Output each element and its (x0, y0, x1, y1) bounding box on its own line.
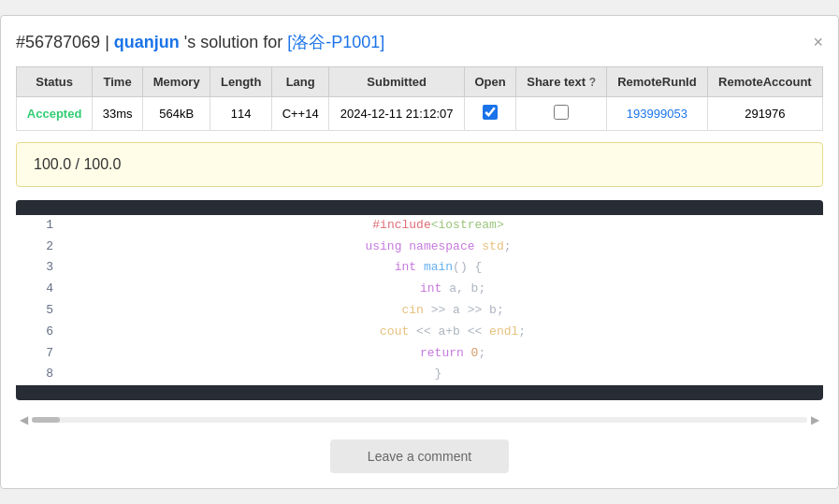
line-number: 6 (16, 322, 53, 343)
col-remote-account: RemoteAccount (707, 66, 822, 96)
line-content: #include<iostream> (53, 215, 823, 237)
line-number: 2 (16, 237, 53, 258)
code-line: 2 using namespace std; (16, 237, 823, 258)
line-content: int a, b; (53, 279, 823, 300)
memory-value: 564kB (143, 96, 210, 130)
line-number: 3 (16, 257, 53, 279)
table-row: Accepted 33ms 564kB 114 C++14 2024-12-11… (17, 96, 823, 130)
status-value: Accepted (27, 107, 82, 121)
line-number: 5 (16, 300, 53, 322)
code-line: 4 int a, b; (16, 279, 823, 300)
scroll-left-arrow[interactable]: ◀ (16, 413, 32, 426)
line-content: } (53, 364, 823, 385)
code-line: 3 int main() { (16, 257, 823, 279)
submission-table-wrapper: Status Time Memory Length Lang Submitted… (16, 66, 823, 131)
col-length: Length (210, 66, 272, 96)
col-remote-run-id: RemoteRunId (607, 66, 708, 96)
open-checkbox[interactable] (483, 105, 498, 120)
problem-link[interactable]: [洛谷-P1001] (287, 33, 384, 51)
remote-run-id-link[interactable]: 193999053 (627, 107, 687, 121)
lang-value: C++14 (272, 96, 329, 130)
col-share-text: Share text ? (516, 66, 607, 96)
scroll-track[interactable] (32, 417, 807, 423)
code-line: 8 } (16, 364, 823, 385)
col-open: Open (464, 66, 515, 96)
scrollbar-row: ◀ ▶ (16, 413, 823, 426)
submission-id: #56787069 (16, 33, 100, 51)
username[interactable]: quanjun (114, 33, 180, 51)
line-content: return 0; (53, 343, 823, 365)
submitted-value: 2024-12-11 21:12:07 (329, 96, 465, 130)
col-status: Status (17, 66, 93, 96)
solution-modal: #56787069 | quanjun 's solution for [洛谷-… (0, 15, 839, 489)
line-content: cin >> a >> b; (53, 300, 823, 322)
code-line: 7 return 0; (16, 343, 823, 365)
share-text-help-icon[interactable]: ? (589, 76, 596, 89)
time-value: 33ms (93, 96, 143, 130)
col-lang: Lang (272, 66, 329, 96)
comment-section: Leave a comment (16, 439, 823, 473)
code-line: 5 cin >> a >> b; (16, 300, 823, 322)
line-number: 1 (16, 215, 53, 237)
line-number: 7 (16, 343, 53, 365)
col-submitted: Submitted (329, 66, 465, 96)
leave-comment-button[interactable]: Leave a comment (330, 439, 509, 473)
code-block: 1 #include<iostream> 2 using namespace s… (16, 200, 823, 400)
separator: | (105, 33, 114, 51)
line-content: int main() { (53, 257, 823, 279)
col-memory: Memory (143, 66, 210, 96)
col-time: Time (93, 66, 143, 96)
submission-table: Status Time Memory Length Lang Submitted… (16, 66, 823, 131)
score-box: 100.0 / 100.0 (16, 142, 823, 187)
modal-header: #56787069 | quanjun 's solution for [洛谷-… (16, 31, 823, 53)
code-line: 6 cout << a+b << endl; (16, 322, 823, 343)
table-header-row: Status Time Memory Length Lang Submitted… (17, 66, 823, 96)
scroll-thumb[interactable] (32, 417, 60, 423)
line-number: 4 (16, 279, 53, 300)
code-table: 1 #include<iostream> 2 using namespace s… (16, 215, 823, 385)
line-content: cout << a+b << endl; (53, 322, 823, 343)
length-value: 114 (210, 96, 272, 130)
share-text-checkbox[interactable] (554, 105, 569, 120)
line-content: using namespace std; (53, 237, 823, 258)
line-number: 8 (16, 364, 53, 385)
modal-title: #56787069 | quanjun 's solution for [洛谷-… (16, 31, 384, 53)
code-line: 1 #include<iostream> (16, 215, 823, 237)
close-button[interactable]: × (813, 34, 823, 50)
remote-account-value: 291976 (707, 96, 822, 130)
solution-for: 's solution for (184, 33, 288, 51)
score-label: 100.0 / 100.0 (34, 156, 121, 172)
scroll-right-arrow[interactable]: ▶ (807, 413, 823, 426)
